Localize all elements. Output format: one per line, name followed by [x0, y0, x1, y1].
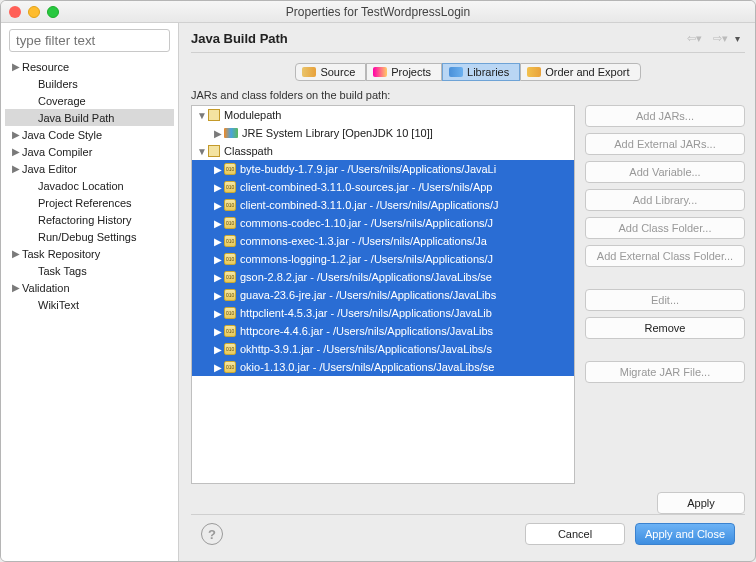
- jar-entry[interactable]: ▶okhttp-3.9.1.jar - /Users/nils/Applicat…: [192, 340, 574, 358]
- sidebar-item[interactable]: ▶Task Repository: [5, 245, 174, 262]
- apply-button[interactable]: Apply: [657, 492, 745, 514]
- property-tree[interactable]: ▶Resource▶Builders▶Coverage▶Java Build P…: [5, 58, 174, 555]
- jarico-icon: [224, 343, 236, 355]
- modico-icon: [208, 109, 220, 121]
- help-icon[interactable]: ?: [201, 523, 223, 545]
- jre-library-node[interactable]: ▶JRE System Library [OpenJDK 10 [10]]: [192, 124, 574, 142]
- window-titlebar: Properties for TestWordpressLogin: [1, 1, 755, 23]
- apply-and-close-button[interactable]: Apply and Close: [635, 523, 735, 545]
- sidebar-item[interactable]: ▶Project References: [5, 194, 174, 211]
- jarico-icon: [224, 217, 236, 229]
- jar-entry[interactable]: ▶client-combined-3.11.0-sources.jar - /U…: [192, 178, 574, 196]
- sidebar-item[interactable]: ▶Builders: [5, 75, 174, 92]
- sidebar-item[interactable]: ▶Refactoring History: [5, 211, 174, 228]
- modico-icon: [208, 145, 220, 157]
- jarico-icon: [224, 307, 236, 319]
- tab-projects[interactable]: Projects: [366, 63, 442, 81]
- page-title: Java Build Path: [191, 31, 288, 46]
- window-title: Properties for TestWordpressLogin: [1, 5, 755, 19]
- jar-entry[interactable]: ▶commons-exec-1.3.jar - /Users/nils/Appl…: [192, 232, 574, 250]
- jar-entry[interactable]: ▶commons-logging-1.2.jar - /Users/nils/A…: [192, 250, 574, 268]
- sidebar-item[interactable]: ▶Java Build Path: [5, 109, 174, 126]
- jarico-icon: [224, 289, 236, 301]
- filter-input[interactable]: [9, 29, 170, 52]
- jarico-icon: [224, 163, 236, 175]
- tab-icon: [449, 67, 463, 77]
- tab-bar: SourceProjectsLibrariesOrder and Export: [191, 63, 745, 81]
- sidebar: ▶Resource▶Builders▶Coverage▶Java Build P…: [1, 23, 179, 561]
- jar-entry[interactable]: ▶commons-codec-1.10.jar - /Users/nils/Ap…: [192, 214, 574, 232]
- jar-entry[interactable]: ▶httpcore-4.4.6.jar - /Users/nils/Applic…: [192, 322, 574, 340]
- tab-icon: [302, 67, 316, 77]
- migrate-jar-button[interactable]: Migrate JAR File...: [585, 361, 745, 383]
- remove-button[interactable]: Remove: [585, 317, 745, 339]
- jreico-icon: [224, 128, 238, 138]
- tab-icon: [373, 67, 387, 77]
- add-library-button[interactable]: Add Library...: [585, 189, 745, 211]
- sidebar-item[interactable]: ▶Resource: [5, 58, 174, 75]
- jar-entry[interactable]: ▶client-combined-3.11.0.jar - /Users/nil…: [192, 196, 574, 214]
- sidebar-item[interactable]: ▶Javadoc Location: [5, 177, 174, 194]
- jarico-icon: [224, 235, 236, 247]
- sidebar-item[interactable]: ▶Validation: [5, 279, 174, 296]
- add-external-jars-button[interactable]: Add External JARs...: [585, 133, 745, 155]
- sidebar-item[interactable]: ▶Java Compiler: [5, 143, 174, 160]
- jarico-icon: [224, 181, 236, 193]
- jarico-icon: [224, 199, 236, 211]
- sidebar-item[interactable]: ▶WikiText: [5, 296, 174, 313]
- sidebar-item[interactable]: ▶Coverage: [5, 92, 174, 109]
- view-menu-icon[interactable]: ▾: [735, 33, 745, 44]
- jar-entry[interactable]: ▶byte-buddy-1.7.9.jar - /Users/nils/Appl…: [192, 160, 574, 178]
- jar-entry[interactable]: ▶gson-2.8.2.jar - /Users/nils/Applicatio…: [192, 268, 574, 286]
- add-external-class-folder-button[interactable]: Add External Class Folder...: [585, 245, 745, 267]
- jarico-icon: [224, 271, 236, 283]
- add-class-folder-button[interactable]: Add Class Folder...: [585, 217, 745, 239]
- modulepath-node[interactable]: ▼Modulepath: [192, 106, 574, 124]
- jarico-icon: [224, 253, 236, 265]
- edit-button[interactable]: Edit...: [585, 289, 745, 311]
- sidebar-item[interactable]: ▶Java Editor: [5, 160, 174, 177]
- jarico-icon: [224, 361, 236, 373]
- jar-entry[interactable]: ▶okio-1.13.0.jar - /Users/nils/Applicati…: [192, 358, 574, 376]
- add-jars-button[interactable]: Add JARs...: [585, 105, 745, 127]
- classpath-node[interactable]: ▼Classpath: [192, 142, 574, 160]
- sidebar-item[interactable]: ▶Task Tags: [5, 262, 174, 279]
- add-variable-button[interactable]: Add Variable...: [585, 161, 745, 183]
- sidebar-item[interactable]: ▶Java Code Style: [5, 126, 174, 143]
- tab-source[interactable]: Source: [295, 63, 366, 81]
- jar-entry[interactable]: ▶guava-23.6-jre.jar - /Users/nils/Applic…: [192, 286, 574, 304]
- jar-entry[interactable]: ▶httpclient-4.5.3.jar - /Users/nils/Appl…: [192, 304, 574, 322]
- sidebar-item[interactable]: ▶Run/Debug Settings: [5, 228, 174, 245]
- tab-order-and-export[interactable]: Order and Export: [520, 63, 640, 81]
- forward-icon[interactable]: ⇨▾: [709, 32, 731, 46]
- tab-icon: [527, 67, 541, 77]
- classpath-tree[interactable]: ▼Modulepath▶JRE System Library [OpenJDK …: [191, 105, 575, 484]
- tab-libraries[interactable]: Libraries: [442, 63, 520, 81]
- list-description: JARs and class folders on the build path…: [191, 89, 745, 101]
- jarico-icon: [224, 325, 236, 337]
- cancel-button[interactable]: Cancel: [525, 523, 625, 545]
- back-icon[interactable]: ⇦▾: [683, 32, 705, 46]
